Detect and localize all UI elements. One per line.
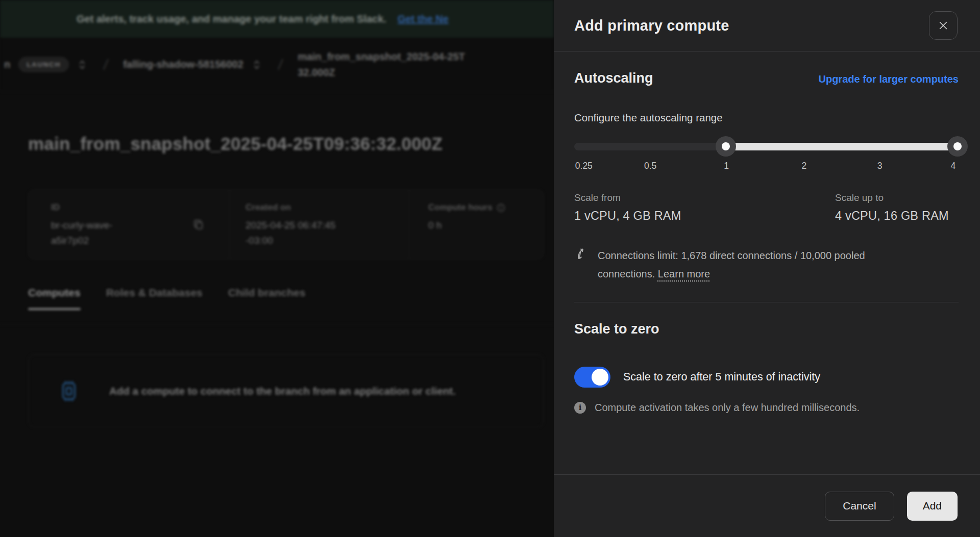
cancel-button[interactable]: Cancel — [825, 492, 894, 521]
add-primary-compute-drawer: Add primary compute Autoscaling Upgrade … — [554, 0, 980, 537]
slider-min-handle[interactable] — [716, 136, 736, 157]
slider-mark: 1 — [724, 161, 729, 171]
slider-selected-range — [726, 143, 959, 150]
autoscaling-heading: Autoscaling — [574, 70, 653, 86]
drawer-footer: Cancel Add — [554, 474, 980, 537]
add-button[interactable]: Add — [907, 492, 958, 521]
autoscaling-section-header: Autoscaling Upgrade for larger computes — [574, 70, 959, 86]
modal-overlay[interactable] — [0, 0, 554, 537]
scale-to-zero-heading: Scale to zero — [574, 321, 659, 337]
toggle-knob — [592, 369, 608, 386]
connections-limit-row: Connections limit: 1,678 direct connecti… — [574, 246, 959, 284]
drawer-header: Add primary compute — [554, 0, 980, 52]
scale-from-label: Scale from — [574, 192, 681, 203]
close-icon — [937, 19, 949, 32]
scale-up-to: Scale up to 4 vCPU, 16 GB RAM — [835, 192, 959, 223]
learn-more-link[interactable]: Learn more — [658, 268, 710, 279]
close-button[interactable] — [929, 11, 958, 40]
info-icon: i — [574, 402, 586, 414]
scale-from: Scale from 1 vCPU, 4 GB RAM — [574, 192, 681, 223]
drawer-title: Add primary compute — [574, 17, 729, 34]
scale-from-value: 1 vCPU, 4 GB RAM — [574, 209, 681, 223]
scale-to-zero-toggle[interactable] — [574, 367, 610, 388]
slider-mark: 2 — [801, 161, 806, 171]
activation-note-row: i Compute activation takes only a few hu… — [574, 402, 959, 414]
scale-up-to-label: Scale up to — [835, 192, 959, 203]
app-root: Get alerts, track usage, and manage your… — [0, 0, 980, 537]
slider-mark: 0.5 — [644, 161, 656, 171]
section-divider — [574, 302, 959, 302]
scale-summary: Scale from 1 vCPU, 4 GB RAM Scale up to … — [574, 192, 959, 223]
upgrade-link[interactable]: Upgrade for larger computes — [818, 73, 959, 85]
slider-mark: 3 — [877, 161, 883, 171]
autoscaling-range-slider[interactable] — [574, 136, 959, 157]
connections-limit-text: Connections limit: 1,678 direct connecti… — [598, 246, 917, 284]
scale-to-zero-label: Scale to zero after 5 minutes of inactiv… — [623, 371, 820, 383]
slider-marks: 0.25 0.5 1 2 3 4 — [574, 161, 959, 174]
connections-split-arrows-icon — [574, 246, 589, 261]
autoscaling-range-label: Configure the autoscaling range — [574, 112, 959, 124]
drawer-body: Autoscaling Upgrade for larger computes … — [554, 52, 980, 474]
scale-to-zero-section-header: Scale to zero — [574, 321, 959, 337]
scale-up-to-value: 4 vCPU, 16 GB RAM — [835, 209, 959, 223]
activation-note: Compute activation takes only a few hund… — [595, 402, 860, 414]
slider-max-handle[interactable] — [947, 136, 968, 157]
slider-mark: 4 — [951, 161, 956, 171]
slider-mark: 0.25 — [575, 161, 593, 171]
scale-to-zero-row: Scale to zero after 5 minutes of inactiv… — [574, 367, 959, 388]
